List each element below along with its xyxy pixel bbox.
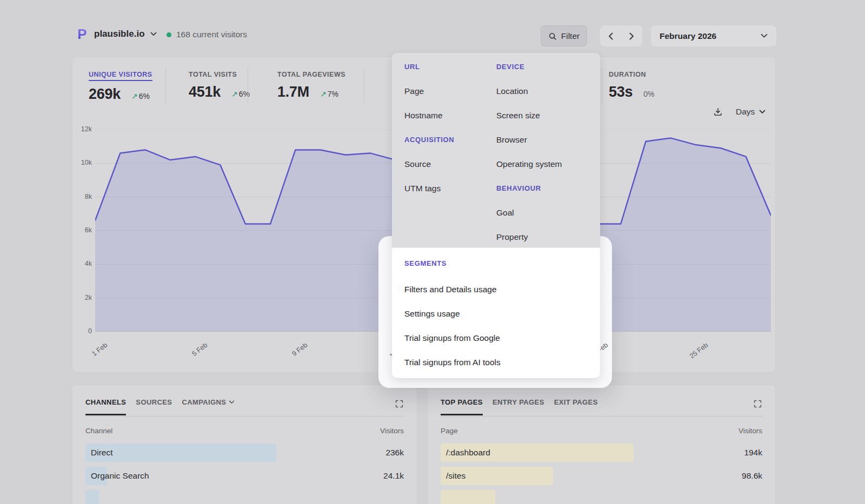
segments-header: SEGMENTS: [404, 252, 447, 275]
filter-item-utm-tags[interactable]: UTM tags: [404, 176, 454, 200]
tab-campaigns[interactable]: CAMPAIGNS: [182, 398, 235, 414]
export-download-icon[interactable]: [713, 107, 723, 117]
table-row[interactable]: /sites98.6k: [441, 467, 762, 485]
current-visitors-label: 168 current visitors: [176, 30, 247, 39]
x-tick-label: 9 Feb: [281, 341, 309, 365]
site-name: plausible.io: [94, 29, 145, 39]
chevron-down-icon: [229, 400, 235, 404]
table-row[interactable]: Direct236k: [85, 443, 404, 462]
row-bar: [441, 490, 495, 504]
column-headers: PageVisitors: [441, 427, 762, 435]
stat-duration[interactable]: DURATION53s0%: [609, 69, 654, 100]
segment-item-trial-signups-from-google[interactable]: Trial signups from Google: [404, 326, 588, 350]
up-arrow-icon: ↗: [231, 90, 238, 98]
stat-value-row: 451k↗6%: [189, 84, 250, 100]
tab-entry-pages[interactable]: ENTRY PAGES: [493, 398, 544, 414]
column-header-visitors: Visitors: [380, 427, 404, 435]
stat-label: TOTAL VISITS: [189, 71, 237, 78]
x-tick-label: 1 Feb: [81, 341, 109, 365]
chevron-down-icon: [761, 33, 768, 38]
y-tick-label: 2k: [72, 294, 92, 301]
chevron-down-icon: [150, 32, 157, 36]
pages-card: TOP PAGESENTRY PAGESEXIT PAGESPageVisito…: [427, 385, 776, 504]
table-row[interactable]: Organic Search24.1k: [85, 467, 404, 485]
table-row[interactable]: /:dashboard194k: [441, 443, 762, 462]
column-header-visitors: Visitors: [738, 427, 762, 435]
row-bar: [85, 490, 99, 504]
column-header-channel: Channel: [85, 427, 112, 435]
y-tick-label: 4k: [72, 260, 92, 267]
expand-icon[interactable]: [395, 399, 404, 408]
row-visitors: 194k: [744, 443, 762, 462]
filter-menu-column-2: DEVICELocationScreen sizeBrowserOperatin…: [496, 55, 562, 249]
filter-item-browser[interactable]: Browser: [496, 127, 562, 152]
stat-change: ↗6%: [131, 92, 150, 100]
date-nav-group: [600, 25, 642, 46]
segment-item-trial-signups-from-ai-tools[interactable]: Trial signups from AI tools: [404, 350, 588, 374]
x-tick-label: 5 Feb: [181, 341, 209, 365]
filter-group-acquisition: ACQUISITION: [404, 127, 454, 152]
chevron-down-icon: [759, 110, 766, 114]
segment-item-settings-usage[interactable]: Settings usage: [404, 301, 588, 326]
filter-item-operating-system[interactable]: Operating system: [496, 152, 562, 176]
stat-unique-visitors[interactable]: UNIQUE VISITORS269k↗6%: [89, 69, 152, 103]
filter-item-screen-size[interactable]: Screen size: [496, 103, 562, 127]
filter-item-page[interactable]: Page: [404, 79, 454, 103]
tab-channels[interactable]: CHANNELS: [85, 398, 126, 415]
row-name: /sites: [446, 467, 465, 485]
stat-change: ↗7%: [320, 90, 338, 98]
x-tick-label: 25 Feb: [682, 341, 709, 365]
filter-item-goal[interactable]: Goal: [496, 200, 562, 225]
next-period-button[interactable]: [621, 25, 642, 46]
y-tick-label: 12k: [72, 125, 92, 133]
filter-item-source[interactable]: Source: [404, 152, 454, 176]
filter-button-label: Filter: [561, 31, 580, 41]
stat-value: 53s: [609, 84, 633, 100]
row-visitors: 98.6k: [742, 467, 762, 485]
stat-value-row: 53s0%: [609, 84, 654, 100]
y-tick-label: 0: [72, 327, 92, 335]
row-visitors: 24.1k: [383, 467, 404, 485]
filter-dropdown-menu: URLPageHostnameACQUISITIONSourceUTM tags…: [392, 53, 600, 378]
plausible-logo-icon: P: [76, 27, 89, 41]
filter-group-behaviour: BEHAVIOUR: [496, 176, 562, 200]
stat-label: UNIQUE VISITORS: [89, 71, 152, 81]
tabs-divider: [441, 416, 762, 416]
stat-change: 0%: [643, 90, 654, 98]
column-headers: ChannelVisitors: [85, 427, 404, 435]
stat-value: 269k: [89, 86, 121, 103]
row-name: /:dashboard: [446, 443, 490, 462]
column-header-page: Page: [441, 427, 458, 435]
y-tick-label: 6k: [72, 226, 92, 234]
site-switcher[interactable]: P plausible.io: [76, 27, 157, 41]
stat-total-pageviews[interactable]: TOTAL PAGEVIEWS1.7M↗7%: [277, 69, 345, 100]
stat-change: ↗6%: [231, 90, 250, 98]
stat-label: TOTAL PAGEVIEWS: [277, 71, 345, 78]
stat-value: 451k: [189, 84, 221, 100]
filter-group-url: URL: [404, 55, 454, 79]
table-row: [441, 490, 762, 504]
interval-selector[interactable]: Days: [736, 107, 766, 117]
filter-group-device: DEVICE: [496, 55, 562, 79]
row-bar: [85, 443, 276, 462]
filter-item-hostname[interactable]: Hostname: [404, 103, 454, 127]
stat-value-row: 269k↗6%: [89, 86, 152, 103]
stat-value-row: 1.7M↗7%: [277, 84, 345, 100]
date-range-picker[interactable]: February 2026: [651, 25, 776, 46]
up-arrow-icon: ↗: [320, 90, 327, 98]
filter-button[interactable]: Filter: [541, 25, 587, 46]
date-range-label: February 2026: [660, 31, 716, 41]
tab-sources[interactable]: SOURCES: [136, 398, 172, 414]
stat-total-visits[interactable]: TOTAL VISITS451k↗6%: [189, 69, 250, 100]
segment-item-filters-and-details-usage[interactable]: Filters and Details usage: [404, 277, 588, 301]
expand-icon[interactable]: [753, 399, 762, 408]
prev-period-button[interactable]: [600, 25, 621, 46]
current-visitors[interactable]: 168 current visitors: [167, 30, 247, 39]
up-arrow-icon: ↗: [131, 92, 138, 100]
stat-divider: [602, 68, 602, 104]
filter-menu-column-1: URLPageHostnameACQUISITIONSourceUTM tags: [404, 55, 454, 200]
filter-item-location[interactable]: Location: [496, 79, 562, 103]
tab-exit-pages[interactable]: EXIT PAGES: [554, 398, 598, 414]
filter-item-property[interactable]: Property: [496, 225, 562, 249]
tab-top-pages[interactable]: TOP PAGES: [441, 398, 483, 415]
